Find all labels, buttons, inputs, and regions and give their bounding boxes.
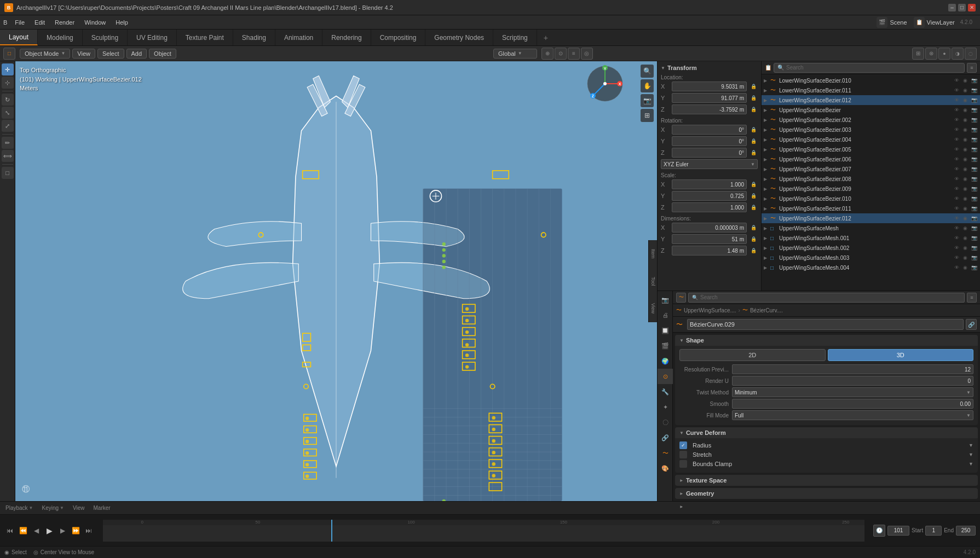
outliner-item-eye-icon[interactable]: 👁 (953, 96, 960, 104)
timeline-clock-icon[interactable]: 🕐 (873, 525, 885, 537)
outliner-item[interactable]: ▶ 〜 UpperWingSurfaceBezier.005 👁 ◉ 📷 (762, 144, 980, 154)
outliner-item-sel-icon[interactable]: ◉ (961, 214, 969, 222)
outliner-item-eye-icon[interactable]: 👁 (953, 155, 960, 163)
outliner-item[interactable]: ▶ 〜 UpperWingSurfaceBezier.002 👁 ◉ 📷 (762, 115, 980, 125)
bounds-clamp-checkbox[interactable] (679, 460, 687, 468)
outliner-item-render-icon[interactable]: 📷 (970, 126, 978, 133)
outliner-item-sel-icon[interactable]: ◉ (961, 96, 969, 104)
object-button[interactable]: Object (149, 49, 176, 59)
prop-tab-particles[interactable]: ✦ (658, 399, 673, 415)
overlay-icon[interactable]: ⊞ (912, 48, 924, 60)
radius-expand-icon[interactable]: ▼ (969, 443, 973, 448)
outliner-item-render-icon[interactable]: 📷 (970, 116, 978, 124)
outliner-item-eye-icon[interactable]: 👁 (953, 106, 960, 114)
timeline-track[interactable]: 0 50 100 150 200 250 (103, 520, 864, 542)
geometry-header[interactable]: ▼ Geometry (675, 488, 978, 499)
outliner-item[interactable]: ▶ 〜 UpperWingSurfaceBezier.011 👁 ◉ 📷 (762, 204, 980, 213)
outliner-item[interactable]: ▶ 〜 UpperWingSurfaceBezier.004 👁 ◉ 📷 (762, 135, 980, 144)
dim-y-lock-icon[interactable]: 🔒 (749, 235, 758, 243)
minimize-button[interactable]: – (948, 4, 956, 11)
rot-y-lock-icon[interactable]: 🔒 (749, 137, 758, 146)
gizmo-icon[interactable]: ⊛ (925, 48, 937, 60)
location-x-input[interactable]: 9.5031 m (672, 82, 747, 91)
select-button[interactable]: Select (97, 49, 124, 59)
outliner-item-render-icon[interactable]: 📷 (970, 96, 978, 104)
add-cube-tool[interactable]: □ (2, 167, 14, 179)
tab-shading[interactable]: Shading (233, 30, 275, 45)
outliner-item-sel-icon[interactable]: ◉ (961, 116, 969, 124)
menu-edit[interactable]: Edit (30, 18, 49, 27)
outliner-item-eye-icon[interactable]: 👁 (953, 214, 960, 222)
shading-solid-btn[interactable]: ● (938, 48, 950, 60)
outliner-item-eye-icon[interactable]: 👁 (953, 146, 960, 153)
transform-tool[interactable]: ⤢ (2, 120, 14, 132)
rot-x-lock-icon[interactable]: 🔒 (749, 125, 758, 134)
outliner-item[interactable]: ▶ 〜 UpperWingSurfaceBezier.009 👁 ◉ 📷 (762, 184, 980, 194)
outliner-item-render-icon[interactable]: 📷 (970, 224, 978, 232)
tab-compositing[interactable]: Compositing (371, 30, 426, 45)
outliner-item-render-icon[interactable]: 📷 (970, 185, 978, 193)
outliner-item[interactable]: ▶ 〜 LowerWingSurfaceBezier.012 👁 ◉ 📷 (762, 95, 980, 105)
outliner-item-render-icon[interactable]: 📷 (970, 254, 978, 261)
dim-y-input[interactable]: 51 m (672, 234, 747, 244)
prop-tab-object[interactable]: ⊙ (658, 369, 673, 384)
outliner-item-eye-icon[interactable]: 👁 (953, 234, 960, 242)
viewport-3d[interactable]: Top Orthographic (101) Working | UpperWi… (15, 61, 657, 501)
annotate-tool[interactable]: ✏ (2, 137, 14, 149)
tab-modeling[interactable]: Modeling (38, 30, 83, 45)
timeline-tab-playback[interactable]: Playback ▼ (3, 504, 36, 512)
stretch-expand-icon[interactable]: ▼ (969, 452, 973, 457)
vp-tab-item[interactable]: Item (648, 240, 657, 268)
outliner-item-render-icon[interactable]: 📷 (970, 155, 978, 163)
menu-help[interactable]: Help (111, 18, 132, 27)
outliner-item[interactable]: ▶ □ UpperWingSurfaceMesh.002 👁 ◉ 📷 (762, 243, 980, 253)
loc-z-lock-icon[interactable]: 🔒 (749, 105, 758, 114)
location-z-input[interactable]: -3.7592 m (672, 104, 747, 114)
next-frame-button[interactable]: ▶ (57, 525, 68, 536)
prev-keyframe-button[interactable]: ⏪ (18, 525, 28, 536)
outliner-item[interactable]: ▶ 〜 UpperWingSurfaceBezier.008 👁 ◉ 📷 (762, 174, 980, 184)
loc-y-lock-icon[interactable]: 🔒 (749, 94, 758, 102)
outliner-item-sel-icon[interactable]: ◉ (961, 136, 969, 143)
jump-end-button[interactable]: ⏭ (83, 525, 94, 536)
outliner-item-render-icon[interactable]: 📷 (970, 86, 978, 94)
outliner-item-render-icon[interactable]: 📷 (970, 77, 978, 84)
outliner-item-eye-icon[interactable]: 👁 (953, 86, 960, 94)
dim-z-lock-icon[interactable]: 🔒 (749, 246, 758, 255)
outliner-item-eye-icon[interactable]: 👁 (953, 126, 960, 133)
tab-scripting[interactable]: Scripting (493, 30, 537, 45)
curve-deform-header[interactable]: ▼ Curve Deform (675, 427, 978, 438)
outliner-item[interactable]: ▶ 〜 UpperWingSurfaceBezier.007 👁 ◉ 📷 (762, 164, 980, 174)
outliner-item[interactable]: ▶ 〜 UpperWingSurfaceBezier.006 👁 ◉ 📷 (762, 154, 980, 164)
outliner-item-sel-icon[interactable]: ◉ (961, 234, 969, 242)
outliner-item-eye-icon[interactable]: 👁 (953, 264, 960, 271)
outliner-item-render-icon[interactable]: 📷 (970, 264, 978, 271)
end-frame-input[interactable]: 250 (956, 526, 976, 536)
move-tool[interactable]: ⊹ (2, 77, 14, 89)
outliner-item-sel-icon[interactable]: ◉ (961, 155, 969, 163)
outliner-item-eye-icon[interactable]: 👁 (953, 175, 960, 183)
rotation-x-input[interactable]: 0° (672, 125, 747, 135)
tab-animation[interactable]: Animation (275, 30, 322, 45)
scale-x-lock-icon[interactable]: 🔒 (749, 180, 758, 189)
outliner-item-eye-icon[interactable]: 👁 (953, 116, 960, 124)
outliner-item-sel-icon[interactable]: ◉ (961, 175, 969, 183)
rot-z-lock-icon[interactable]: 🔒 (749, 148, 758, 157)
outliner-item-render-icon[interactable]: 📷 (970, 106, 978, 114)
rotation-z-input[interactable]: 0° (672, 148, 747, 158)
object-name-input[interactable]: BézierCurve.029 (687, 319, 964, 330)
outliner-item[interactable]: ▶ 〜 UpperWingSurfaceBezier.010 👁 ◉ 📷 (762, 194, 980, 204)
outliner-item[interactable]: ▶ 〜 LowerWingSurfaceBezier.011 👁 ◉ 📷 (762, 85, 980, 95)
tab-sculpting[interactable]: Sculpting (83, 30, 128, 45)
prop-tab-render[interactable]: 📷 (658, 292, 673, 307)
vp-grid-icon[interactable]: ⊞ (641, 109, 654, 122)
shading-render-btn[interactable]: ◌ (965, 48, 977, 60)
vp-tab-view[interactable]: View (648, 295, 657, 322)
outliner-item-render-icon[interactable]: 📷 (970, 244, 978, 252)
outliner-item[interactable]: ▶ 〜 UpperWingSurfaceBezier.003 👁 ◉ 📷 (762, 125, 980, 135)
outliner-item-sel-icon[interactable]: ◉ (961, 205, 969, 212)
tab-rendering[interactable]: Rendering (322, 30, 371, 45)
fill-mode-dropdown[interactable]: Full ▼ (732, 410, 973, 420)
prop-tab-physics[interactable]: 〇 (658, 415, 673, 430)
outliner-item-sel-icon[interactable]: ◉ (961, 126, 969, 133)
